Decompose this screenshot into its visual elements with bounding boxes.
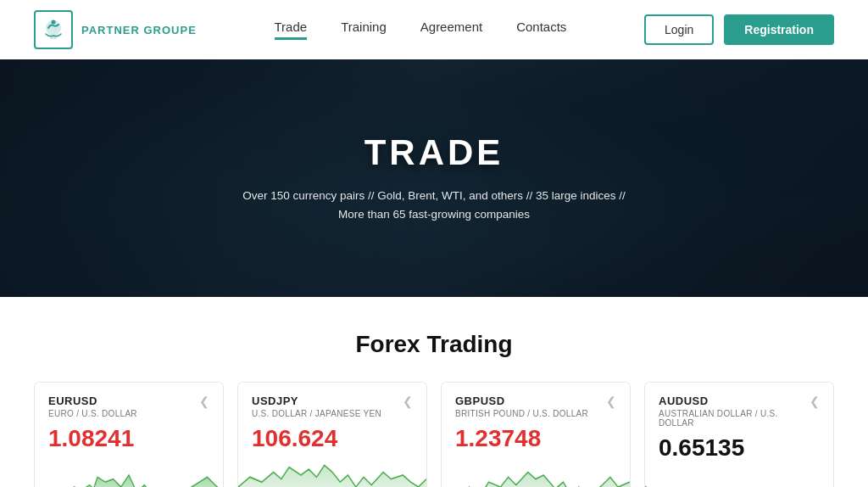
card-usdjpy-chevron[interactable]: ❮: [403, 395, 413, 408]
register-button[interactable]: Registration: [724, 14, 834, 45]
login-button[interactable]: Login: [644, 14, 714, 45]
hero-title: TRADE: [231, 132, 637, 173]
card-audusd-header: AUDUSD AUSTRALIAN DOLLAR / U.S. DOLLAR ❮: [659, 395, 820, 428]
card-gbpusd: GBPUSD BRITISH POUND / U.S. DOLLAR ❮ 1.2…: [441, 382, 631, 487]
card-audusd-chevron[interactable]: ❮: [810, 395, 820, 408]
forex-title: Forex Trading: [34, 331, 834, 358]
card-audusd-chart: [645, 467, 833, 487]
card-eurusd-price: 1.08241: [48, 425, 209, 452]
hero-content: TRADE Over 150 currency pairs // Gold, B…: [214, 132, 654, 223]
card-gbpusd-symbol: GBPUSD: [455, 395, 588, 407]
card-gbpusd-chevron[interactable]: ❮: [606, 395, 616, 408]
card-eurusd: EURUSD EURO / U.S. DOLLAR ❮ 1.08241 JunJ…: [34, 382, 224, 487]
logo-icon: [34, 10, 73, 49]
card-eurusd-symbol: EURUSD: [48, 395, 137, 407]
card-eurusd-header: EURUSD EURO / U.S. DOLLAR ❮: [48, 395, 209, 418]
card-eurusd-chart: [35, 457, 223, 487]
card-usdjpy-chart: [238, 457, 426, 487]
nav-contacts[interactable]: Contacts: [516, 20, 566, 40]
nav-agreement[interactable]: Agreement: [420, 20, 482, 40]
main-nav: Trade Training Agreement Contacts: [275, 20, 567, 40]
card-eurusd-chevron[interactable]: ❮: [199, 395, 209, 408]
card-gbpusd-name: BRITISH POUND / U.S. DOLLAR: [455, 409, 588, 418]
nav-training[interactable]: Training: [341, 20, 387, 40]
header-buttons: Login Registration: [644, 14, 834, 45]
nav-trade[interactable]: Trade: [275, 20, 308, 40]
card-usdjpy-header: USDJPY U.S. DOLLAR / JAPANESE YEN ❮: [252, 395, 413, 418]
card-usdjpy-symbol: USDJPY: [252, 395, 381, 407]
forex-section: Forex Trading EURUSD EURO / U.S. DOLLAR …: [0, 297, 868, 487]
card-usdjpy-price: 106.624: [252, 425, 413, 452]
card-gbpusd-header: GBPUSD BRITISH POUND / U.S. DOLLAR ❮: [455, 395, 616, 418]
card-eurusd-name: EURO / U.S. DOLLAR: [48, 409, 137, 418]
header: PARTNER GROUPE Trade Training Agreement …: [0, 0, 868, 59]
card-audusd: AUDUSD AUSTRALIAN DOLLAR / U.S. DOLLAR ❮…: [644, 382, 834, 487]
logo-text: PARTNER GROUPE: [81, 24, 197, 36]
svg-point-0: [52, 20, 56, 25]
card-usdjpy: USDJPY U.S. DOLLAR / JAPANESE YEN ❮ 106.…: [237, 382, 427, 487]
hero-section: TRADE Over 150 currency pairs // Gold, B…: [0, 59, 868, 297]
card-audusd-price: 0.65135: [659, 434, 820, 462]
card-gbpusd-chart: [442, 457, 630, 487]
hero-subtitle: Over 150 currency pairs // Gold, Brent, …: [231, 187, 637, 223]
card-audusd-symbol: AUDUSD: [659, 395, 810, 407]
card-usdjpy-name: U.S. DOLLAR / JAPANESE YEN: [252, 409, 381, 418]
cards-row: EURUSD EURO / U.S. DOLLAR ❮ 1.08241 JunJ…: [34, 382, 834, 487]
card-audusd-name: AUSTRALIAN DOLLAR / U.S. DOLLAR: [659, 409, 810, 428]
card-gbpusd-price: 1.23748: [455, 425, 616, 452]
logo-area: PARTNER GROUPE: [34, 10, 197, 49]
